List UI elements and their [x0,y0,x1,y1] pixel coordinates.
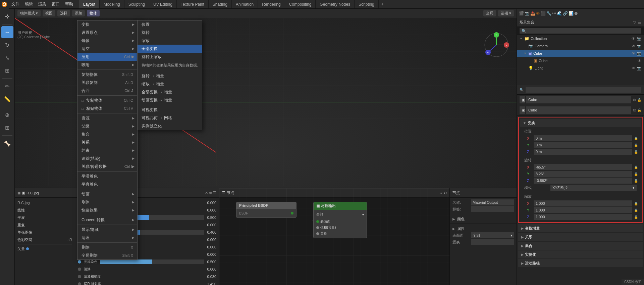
toolbar-move[interactable]: ↔ [1,26,13,38]
item-flat[interactable]: 平展 [15,214,75,221]
scale-z-lock[interactable]: 🔒 [634,215,638,219]
apply-rotation-scale[interactable]: 旋转上缩放 [138,53,202,61]
tab-sculpting[interactable]: Sculpting [124,0,149,8]
item-singleimg[interactable]: 单张图像 [15,229,75,236]
cube-child-eye-icon[interactable]: 👁 [638,59,641,63]
menu-transform[interactable]: 变换 [77,20,137,29]
target-value[interactable]: 全部 ▾ [471,232,514,238]
toolbar-bone[interactable]: 🦴 [1,137,13,149]
node-material-output[interactable]: ▣ 材质输出 全部 ▾ 表面面 [313,202,367,238]
blender-logo[interactable] [0,0,9,9]
menu-track[interactable]: 追踪(轨迹) [77,154,137,162]
menu-delete-global[interactable]: 全局删除 Shift X [77,251,137,259]
add-menu[interactable]: 添加 [72,10,85,16]
apply-visual-transform[interactable]: 可视变换 [138,106,202,114]
toolbar-rotate[interactable]: ↻ [1,39,13,51]
toolbar-add[interactable]: ⊕ [1,109,13,121]
label-value[interactable] [471,206,514,212]
menu-parent[interactable]: 父级 [77,122,137,130]
tab-scripting[interactable]: Scripting [355,0,379,8]
location-x-lock[interactable]: 🔒 [634,137,638,140]
toolbar-extrude[interactable]: ⊞ [1,122,13,134]
motion-paths-section[interactable]: ▶ 运动路径 [518,259,643,267]
menu-file[interactable]: 文件 [9,0,22,8]
menu-linked-data[interactable]: 关联/传递数据 Ctrl L [77,162,137,171]
menu-join[interactable]: 合并 Ctrl J [77,87,137,95]
cube-cam-icon[interactable]: 📷 [637,51,641,56]
menu-apply[interactable]: 应用 Ctrl A [77,53,137,61]
collections-section[interactable]: ▶ 集合 [518,242,643,250]
material-options-icon[interactable]: ✕ ⊕ ☰ [205,191,216,195]
apply-location[interactable]: 位置 [138,20,202,29]
menu-duplicate-object[interactable]: 复制物体 Shift D [77,70,137,79]
menu-copy-objects[interactable]: □ 复制物体 Ctrl C [77,96,137,104]
prop-icon-object[interactable]: ⬛ [541,11,546,16]
mat-bar-8[interactable] [100,259,204,264]
apply-rot-delta[interactable]: 旋转 → 增量 [138,72,202,80]
transform-section-header[interactable]: ▼ 变换 [520,119,641,127]
scale-y-lock[interactable]: 🔒 [634,208,638,212]
global-local-toggle[interactable]: 全局 [483,10,496,16]
tab-geometry-nodes[interactable]: Geometry Nodes [316,0,355,8]
outliner-collection[interactable]: ▼ 📁 Collection 👁 📷 [517,35,644,42]
menu-snap[interactable]: 吸附 [77,61,137,69]
menu-edit[interactable]: 编辑 [22,0,36,8]
select-menu[interactable]: 选择 [57,10,70,16]
apply-all-transforms[interactable]: 全部变换 [138,45,202,53]
scale-y-value[interactable]: 1.000 [534,207,632,213]
object-menu[interactable]: 物体 [87,10,100,16]
item-rcjpg[interactable]: R.C.jpg [15,199,75,206]
menu-cleanup[interactable]: 清理 [77,234,137,242]
apply-make-instances-real[interactable]: 实例独立化 [138,122,202,130]
location-z-value[interactable]: 0 m [534,149,632,155]
rotation-x-lock[interactable]: 🔒 [634,165,638,169]
scale-z-value[interactable]: 1.000 [534,214,632,220]
outliner-cube[interactable]: ▼ ▣ Cube 👁 📷 [517,50,644,57]
props-search-input[interactable] [526,87,641,93]
view-menu[interactable]: 视图 [43,10,55,16]
tab-modeling[interactable]: Modeling [100,0,124,8]
relations-section[interactable]: ▶ 关系 [518,233,643,241]
viewport-overlay-btn[interactable]: 选项 ▾ [498,10,514,16]
transform-delta-section[interactable]: ▶ 变换增量 [518,224,643,232]
tab-shading[interactable]: Shading [209,0,232,8]
rotation-y-lock[interactable]: 🔒 [634,172,638,176]
camera-cam-icon[interactable]: 📷 [637,44,641,48]
rotation-mode-value[interactable]: XYZ 欧拉 ▾ [550,185,637,191]
menu-render[interactable]: 渲染 [36,0,49,8]
tab-texture-paint[interactable]: Texture Paint [177,0,209,8]
light-cam-icon[interactable]: 📷 [637,66,641,70]
apply-scale[interactable]: 缩放 [138,37,202,45]
menu-rigid-body[interactable]: 刚体 [77,198,137,206]
outliner-light[interactable]: 💡 Light 👁 📷 [517,64,644,72]
location-y-lock[interactable]: 🔒 [634,143,638,147]
menu-flat-shade[interactable]: 平直着色 [77,180,137,188]
rotation-y-value[interactable]: 8.26° [534,171,632,177]
location-x-value[interactable]: 0 m [534,135,632,141]
light-eye-icon[interactable]: 👁 [632,66,635,70]
menu-animation[interactable]: 动画 [77,190,137,198]
location-y-value[interactable]: 0 m [534,142,632,148]
menu-quick-effects[interactable]: 快速效果 [77,206,137,214]
item-repeat[interactable]: 重复 [15,221,75,229]
menu-relations[interactable]: 关系 [77,138,137,146]
apply-rotation[interactable]: 旋转 [138,29,202,37]
item-vector[interactable]: 矢量 [15,245,75,252]
object-name-field[interactable]: Cube [526,96,631,103]
prop-icon-physics[interactable]: 🌊 [557,11,562,16]
menu-mirror[interactable]: 镜像 [77,37,137,45]
prop-icon-render[interactable]: 📷 [525,11,530,16]
menu-help[interactable]: 帮助 [62,0,76,8]
menu-constraints[interactable]: 约束 [77,146,137,154]
apply-all-delta[interactable]: 全部变换 → 增量 [138,88,202,96]
menu-window[interactable]: 窗口 [49,0,62,8]
instancing-section[interactable]: ▶ 实例化 [518,250,643,258]
menu-linked-duplicate[interactable]: 关联复制 Alt D [77,79,137,87]
navigation-gizmo[interactable]: X Z Y [483,32,510,59]
menu-clear[interactable]: 清空 [77,45,137,53]
apply-anim-delta[interactable]: 动画变换 → 增量 [138,96,202,104]
outliner-filter-icon[interactable]: ▽ [633,20,636,25]
toolbar-cursor[interactable]: ✜ [1,10,13,22]
name-value[interactable]: Material Output [471,199,514,205]
toolbar-transform[interactable]: ⊞ [1,64,13,77]
